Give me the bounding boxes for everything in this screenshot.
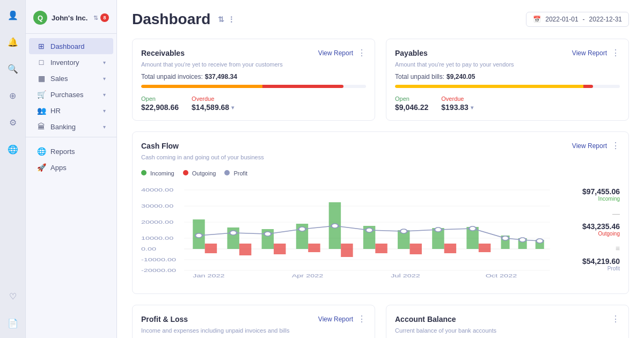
legend-incoming: Incoming	[141, 170, 174, 177]
icon-rail: 👤 🔔 🔍 ⊕ ⚙ 🌐 ♡ 📄	[0, 0, 26, 338]
payables-header: Payables View Report ⋮	[395, 48, 620, 58]
svg-point-45	[519, 238, 526, 242]
svg-rect-23	[341, 244, 353, 257]
cash-flow-header: Cash Flow View Report ⋮	[141, 141, 620, 151]
reorder-icon[interactable]: ⇅	[218, 15, 224, 24]
receivables-total-label: Total unpaid invoices:	[141, 73, 203, 80]
cash-flow-subtitle: Cash coming in and going out of your bus…	[141, 154, 620, 160]
sidebar-item-hr[interactable]: 👥 HR ▾	[29, 102, 113, 119]
sidebar-item-sales[interactable]: ▦ Sales ▾	[29, 70, 113, 86]
sidebar-item-apps[interactable]: 🚀 Apps	[29, 159, 113, 175]
svg-text:-20000.00: -20000.00	[141, 268, 176, 273]
cash-flow-card: Cash Flow View Report ⋮ Cash coming in a…	[132, 131, 629, 294]
document-icon[interactable]: 📄	[4, 314, 21, 332]
outgoing-divider: ≡	[561, 244, 620, 253]
svg-point-44	[502, 236, 509, 240]
summary-outgoing: $43,235.46 Outgoing	[561, 222, 620, 237]
sidebar-item-dashboard[interactable]: ⊞ Dashboard	[29, 38, 113, 54]
svg-text:10000.00: 10000.00	[141, 236, 174, 241]
receivables-overdue-label: Overdue	[192, 95, 234, 102]
date-start: 2022-01-01	[545, 16, 578, 23]
cash-flow-legend: Incoming Outgoing Profit	[141, 170, 620, 177]
svg-text:Apr 2022: Apr 2022	[292, 273, 324, 278]
svg-text:40000.00: 40000.00	[141, 187, 174, 193]
receivables-open: Open $22,908.66	[141, 95, 179, 112]
payables-total-value: $9,240.05	[447, 73, 475, 80]
incoming-value: $97,455.06	[561, 187, 620, 196]
apps-icon: 🚀	[36, 163, 46, 172]
cash-flow-more-icon[interactable]: ⋮	[611, 141, 620, 151]
profile-icon[interactable]: 👤	[4, 6, 21, 24]
ab-header: Account Balance ⋮	[395, 314, 620, 324]
main-content: Dashboard ⇅ ⋮ 📅 2022-01-01 - 2022-12-31 …	[117, 0, 644, 338]
payables-overdue-value: $193.83 ▾	[441, 103, 473, 112]
chart-and-summary: 40000.00 30000.00 20000.00 10000.00 0.00…	[141, 182, 620, 281]
inventory-icon: □	[36, 58, 46, 67]
summary-incoming: $97,455.06 Incoming	[561, 187, 620, 202]
bottom-cards-grid: Profit & Loss View Report ⋮ Income and e…	[132, 305, 629, 338]
receivables-open-value: $22,908.66	[141, 103, 179, 112]
svg-text:20000.00: 20000.00	[141, 219, 174, 225]
plus-circle-icon[interactable]: ⊕	[4, 87, 21, 104]
pl-more-icon[interactable]: ⋮	[357, 314, 366, 324]
sidebar: Q John's Inc. ⇅ 8 ⊞ Dashboard □ Inventor…	[26, 0, 117, 338]
pl-view-report[interactable]: View Report	[318, 315, 353, 323]
profit-label: Profit	[561, 266, 620, 271]
account-balance-card: Account Balance ⋮ Current balance of you…	[386, 305, 629, 338]
sidebar-item-reports[interactable]: 🌐 Reports	[29, 143, 113, 159]
chevron-down-icon: ▾	[103, 124, 106, 130]
svg-point-35	[195, 233, 202, 238]
receivables-open-label: Open	[141, 95, 179, 102]
sidebar-item-inventory[interactable]: □ Inventory ▾	[29, 54, 113, 70]
reports-icon: 🌐	[36, 147, 46, 156]
payables-overdue-arrow[interactable]: ▾	[471, 105, 473, 111]
top-cards-grid: Receivables View Report ⋮ Amount that yo…	[132, 39, 629, 121]
svg-point-36	[230, 231, 237, 235]
overdue-dropdown-arrow[interactable]: ▾	[231, 105, 234, 111]
svg-point-43	[469, 226, 476, 231]
receivables-actions: View Report ⋮	[318, 48, 366, 58]
svg-rect-25	[375, 244, 387, 253]
page-title-controls: ⇅ ⋮	[218, 15, 235, 24]
sidebar-item-label: Dashboard	[50, 42, 85, 50]
sidebar-item-purchases[interactable]: 🛒 Purchases ▾	[29, 86, 113, 102]
outgoing-dot	[183, 170, 188, 175]
dashboard-icon: ⊞	[36, 42, 46, 50]
summary-profit: $54,219.60 Profit	[561, 257, 620, 271]
brand-logo: Q	[33, 11, 47, 25]
date-range-picker[interactable]: 📅 2022-01-01 - 2022-12-31	[526, 12, 629, 27]
receivables-totals: Total unpaid invoices: $37,498.34	[141, 73, 366, 80]
receivables-amounts: Open $22,908.66 Overdue $14,589.68 ▾	[141, 95, 366, 112]
search-icon[interactable]: 🔍	[4, 60, 21, 77]
sidebar-item-banking[interactable]: 🏛 Banking ▾	[29, 119, 113, 135]
more-options-icon[interactable]: ⋮	[228, 15, 235, 24]
svg-rect-17	[239, 244, 251, 255]
payables-more-icon[interactable]: ⋮	[611, 48, 620, 58]
receivables-overdue: Overdue $14,589.68 ▾	[192, 95, 234, 112]
payables-overdue: Overdue $193.83 ▾	[441, 95, 473, 112]
brand-toggle-icon[interactable]: ⇅	[93, 14, 98, 21]
heart-icon[interactable]: ♡	[4, 288, 21, 305]
notification-badge: 8	[100, 13, 109, 22]
sidebar-item-label: Apps	[50, 164, 67, 172]
svg-point-37	[264, 232, 271, 236]
legend-outgoing: Outgoing	[183, 170, 216, 177]
chevron-down-icon: ▾	[103, 92, 106, 98]
payables-open-label: Open	[395, 95, 428, 102]
svg-rect-31	[479, 244, 491, 252]
payables-total-label: Total unpaid bills:	[395, 73, 444, 80]
receivables-view-report[interactable]: View Report	[318, 49, 353, 57]
payables-view-report[interactable]: View Report	[572, 49, 607, 57]
globe-icon[interactable]: 🌐	[4, 141, 21, 158]
profit-loss-card: Profit & Loss View Report ⋮ Income and e…	[132, 305, 375, 338]
cash-flow-view-report[interactable]: View Report	[572, 142, 607, 150]
ab-more-icon[interactable]: ⋮	[611, 314, 620, 324]
receivables-more-icon[interactable]: ⋮	[357, 48, 366, 58]
bell-icon[interactable]: 🔔	[4, 33, 21, 50]
gear-icon[interactable]: ⚙	[4, 114, 21, 131]
pl-title: Profit & Loss	[141, 315, 188, 324]
ab-actions: ⋮	[611, 314, 620, 324]
brand-name: John's Inc.	[52, 14, 87, 22]
sidebar-item-label: Inventory	[50, 58, 79, 67]
page-title: Dashboard ⇅ ⋮	[132, 11, 235, 28]
